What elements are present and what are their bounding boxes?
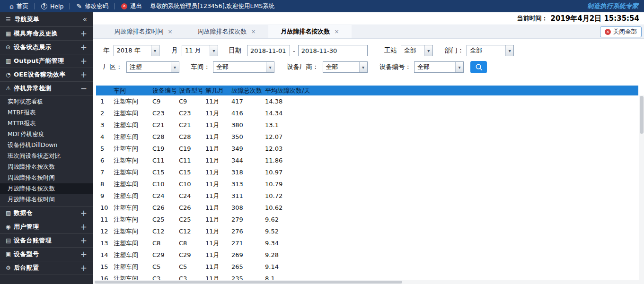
tab-monthly-fault-rank-by-count[interactable]: 月故障排名按次数× xyxy=(268,25,352,38)
table-cell: 11.86 xyxy=(265,155,638,166)
vertical-scrollbar-thumb[interactable] xyxy=(640,96,644,134)
table-cell: 11月 xyxy=(205,249,231,261)
workshop-select[interactable]: 全部 ▾ xyxy=(213,61,274,73)
table-row[interactable]: 7注塑车间C15C1511月31810.97 xyxy=(96,166,638,178)
sidebar-group-data-warehouse[interactable]: ▨数据仓+ xyxy=(0,207,93,220)
collapse-minus-icon[interactable]: − xyxy=(80,85,87,93)
sidebar-group-label: 模具寿命及更换 xyxy=(14,29,58,38)
table-cell: 11月 xyxy=(205,178,231,190)
sidebar-group-equipment-ledger[interactable]: ▤设备台账管理+ xyxy=(0,234,93,248)
table-cell: 13.1 xyxy=(265,119,638,131)
sidebar-menu: ▦模具寿命及更换+⊙设备状态展示+▥Output产能管理+◔OEE设备稼动效率+… xyxy=(0,27,93,275)
expand-plus-icon[interactable]: + xyxy=(80,264,87,272)
close-all-tabs-button[interactable]: ✕ 关闭全部 xyxy=(600,26,642,37)
table-row[interactable]: 3注塑车间C21C2111月38013.1 xyxy=(96,119,638,131)
month-label: 月 xyxy=(172,46,178,55)
sidebar-subitem-mdf-downtime-density[interactable]: MDF停机密度 xyxy=(0,129,93,140)
table-row[interactable]: 12注塑车间C12C1211月2769.52 xyxy=(96,225,638,237)
table-row[interactable]: 2注塑车间C23C2311月41614.34 xyxy=(96,107,638,119)
sidebar-subitem-monthly-fault-rank-by-time[interactable]: 月故障排名按时间 xyxy=(0,194,93,205)
device-number-select[interactable]: 全部 ▾ xyxy=(414,61,464,73)
horizontal-scrollbar-thumb[interactable] xyxy=(95,281,402,284)
chevron-down-icon: ▾ xyxy=(455,62,463,72)
department-select[interactable]: 全部 ▾ xyxy=(467,45,514,56)
expand-plus-icon[interactable]: + xyxy=(80,30,87,38)
sidebar-subitem-realtime-status-board[interactable]: 实时状态看板 xyxy=(0,96,93,107)
table-row[interactable]: 8注塑车间C10C1011月31310.79 xyxy=(96,178,638,190)
tab-label: 月故障排名按次数 xyxy=(281,27,330,36)
sidebar-subitem-weekly-fault-rank-by-count[interactable]: 周故障排名按次数 xyxy=(0,162,93,172)
table-row[interactable]: 6注塑车间C11C1111月34411.86 xyxy=(96,155,638,166)
help-button[interactable]: ? Help xyxy=(35,0,70,12)
station-select[interactable]: 全部 ▾ xyxy=(401,45,433,56)
table-cell: C11 xyxy=(152,155,179,166)
sidebar-subitem-equipment-downtime-drilldown[interactable]: 设备停机DillDown xyxy=(0,140,93,151)
year-label: 年 xyxy=(103,46,110,55)
factory-select[interactable]: 注塑 ▾ xyxy=(126,61,179,73)
sidebar-subitem-mtbf-report[interactable]: MTBF报表 xyxy=(0,107,93,118)
home-button[interactable]: ⌂ 首页 xyxy=(3,0,35,12)
search-icon xyxy=(475,63,483,71)
sidebar-group-downtime-anomaly-detection[interactable]: ⚠停机异常检测− xyxy=(0,82,93,95)
sidebar-group-output-capacity[interactable]: ▥Output产能管理+ xyxy=(0,54,93,68)
close-tab-icon[interactable]: × xyxy=(168,28,172,35)
month-select[interactable]: 11 月 ▾ xyxy=(182,45,218,56)
table-row[interactable]: 13注塑车间C8C811月2719.34 xyxy=(96,237,638,249)
table-row[interactable]: 5注塑车间C19C1911月34912.03 xyxy=(96,143,638,155)
tab-weekly-fault-rank-by-time[interactable]: 周故障排名按时间× xyxy=(102,25,185,38)
year-select[interactable]: 2018 年 ▾ xyxy=(114,45,159,56)
sidebar-subitem-weekly-fault-rank-by-time[interactable]: 周故障排名按时间 xyxy=(0,172,93,183)
horizontal-scrollbar[interactable] xyxy=(93,280,644,284)
table-row[interactable]: 14注塑车间C29C2911月2699.28 xyxy=(96,249,638,261)
workshop-label: 车间： xyxy=(191,63,211,71)
expand-plus-icon[interactable]: + xyxy=(80,57,87,65)
tab-weekly-fault-rank-by-count[interactable]: 周故障排名按次数× xyxy=(185,25,268,38)
expand-plus-icon[interactable]: + xyxy=(80,237,87,245)
table-row[interactable]: 11注塑车间C25C2511月2799.62 xyxy=(96,214,638,225)
table-cell: C8 xyxy=(179,237,205,249)
expand-plus-icon[interactable]: + xyxy=(80,43,87,52)
chevron-down-icon: ▾ xyxy=(359,62,367,72)
table-row[interactable]: 10注塑车间C26C2611月30810.62 xyxy=(96,202,638,214)
column-header: 设备型号 xyxy=(179,86,205,95)
close-tab-icon[interactable]: × xyxy=(251,28,256,35)
expand-plus-icon[interactable]: + xyxy=(80,71,87,79)
sidebar-group-user-management[interactable]: ◉用户管理+ xyxy=(0,220,93,234)
table-cell: C15 xyxy=(179,166,205,178)
table-row[interactable]: 15注塑车间C5C511月2659.14 xyxy=(96,261,638,273)
vertical-scrollbar[interactable] xyxy=(639,95,644,280)
change-password-button[interactable]: ✎ 修改密码 xyxy=(70,0,115,12)
sidebar-group-equipment-status-display[interactable]: ⊙设备状态展示+ xyxy=(0,41,93,54)
current-time-value: 2019年4月2日 15:35:54 xyxy=(551,14,639,23)
sidebar-group-mold-life-replacement[interactable]: ▦模具寿命及更换+ xyxy=(0,27,93,41)
date-to-input[interactable] xyxy=(298,45,368,56)
column-header: 设备编号 xyxy=(152,86,179,95)
table-row[interactable]: 9注塑车间C24C2411月31110.72 xyxy=(96,190,638,202)
sidebar-group-label: 数据仓 xyxy=(14,209,33,217)
sidebar-subitem-monthly-fault-rank-by-count[interactable]: 月故障排名按次数 xyxy=(0,183,93,194)
sidebar-group-backend-config[interactable]: ⚙后台配置+ xyxy=(0,261,93,275)
close-tab-icon[interactable]: × xyxy=(334,28,339,35)
logout-button[interactable]: ✕ 退出 xyxy=(115,0,148,12)
sidebar-subitem-shift-equipment-status-compare[interactable]: 班次间设备状态对比 xyxy=(0,151,93,162)
expand-plus-icon[interactable]: + xyxy=(80,209,87,217)
department-select-value: 全部 xyxy=(467,46,505,55)
table-cell: 265 xyxy=(231,261,265,273)
date-from-input[interactable] xyxy=(247,45,290,56)
table-header-row: 车间设备编号设备型号第几月故障总次数平均故障次数/天 xyxy=(96,86,638,95)
chevron-down-icon: ▾ xyxy=(210,45,218,56)
expand-plus-icon[interactable]: + xyxy=(80,250,87,258)
search-button[interactable] xyxy=(470,61,487,73)
sidebar-collapse-icon[interactable]: « xyxy=(83,15,87,24)
vendor-select[interactable]: 全部 ▾ xyxy=(323,61,368,73)
sidebar-subitem-mttr-report[interactable]: MTTR报表 xyxy=(0,118,93,129)
table-cell: C21 xyxy=(152,119,179,131)
table-row[interactable]: 1注塑车间C9C911月41714.38 xyxy=(96,95,638,107)
table-cell: 271 xyxy=(231,237,265,249)
expand-plus-icon[interactable]: + xyxy=(80,223,87,231)
chevron-down-icon: ▾ xyxy=(266,62,274,72)
table-row[interactable]: 4注塑车间C28C2811月35012.07 xyxy=(96,131,638,143)
sidebar-group-equipment-model[interactable]: ▣设备型号+ xyxy=(0,248,93,261)
change-password-label: 修改密码 xyxy=(85,2,108,10)
sidebar-group-oee-efficiency[interactable]: ◔OEE设备稼动效率+ xyxy=(0,68,93,82)
